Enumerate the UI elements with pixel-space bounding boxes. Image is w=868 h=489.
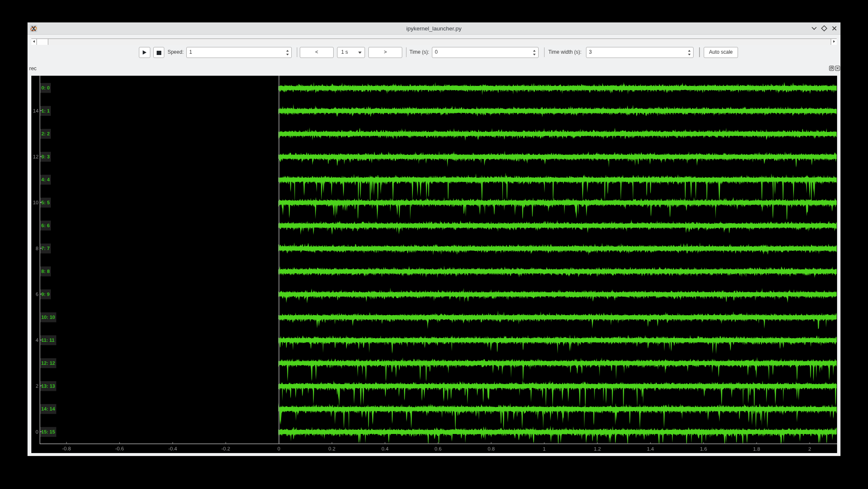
svg-text:1.4: 1.4	[647, 446, 654, 452]
svg-text:0: 0	[277, 445, 280, 451]
svg-text:0.2: 0.2	[328, 445, 335, 451]
svg-text:0.6: 0.6	[434, 446, 442, 452]
svg-text:8: 8: 8: 8	[41, 269, 50, 274]
svg-text:0: 0	[36, 429, 39, 435]
svg-text:12: 12	[33, 154, 39, 159]
svg-text:6: 6	[36, 291, 39, 297]
svg-text:10: 10: 10: 10	[41, 314, 55, 319]
svg-text:0.8: 0.8	[487, 446, 495, 452]
svg-text:1: 1	[543, 446, 546, 452]
svg-text:0.4: 0.4	[381, 446, 389, 452]
svg-text:14: 14	[33, 108, 39, 114]
svg-text:13: 13: 13: 13	[41, 383, 55, 388]
svg-text:6: 6: 6: 6	[41, 223, 50, 228]
svg-text:9: 9: 9: 9	[41, 291, 50, 297]
svg-text:1: 1: 1: 1	[41, 108, 50, 113]
svg-text:4: 4	[36, 337, 39, 343]
svg-text:-0.4: -0.4	[168, 445, 177, 451]
svg-text:8: 8	[36, 245, 39, 251]
svg-text:12: 12: 12: 12	[41, 360, 55, 365]
svg-text:-0.6: -0.6	[115, 445, 124, 451]
svg-text:5: 5: 5: 5	[41, 200, 50, 205]
svg-text:1.2: 1.2	[594, 446, 601, 452]
svg-text:2: 2	[36, 383, 39, 389]
svg-text:1.8: 1.8	[753, 446, 760, 452]
svg-text:14: 14: 14: 14	[41, 406, 55, 411]
svg-text:15: 15: 15: 15	[41, 429, 55, 434]
svg-text:4: 4: 4: 4	[41, 177, 50, 182]
svg-text:10: 10	[33, 199, 39, 205]
svg-text:3: 3: 3: 3	[41, 154, 50, 159]
svg-text:-0.2: -0.2	[221, 445, 230, 451]
svg-text:11: 11: 11: 11	[41, 338, 55, 343]
svg-text:0: 0: 0: 0	[41, 85, 50, 90]
svg-text:-0.8: -0.8	[62, 445, 71, 451]
svg-text:7: 7: 7: 7	[41, 246, 50, 251]
svg-text:1.6: 1.6	[700, 446, 707, 452]
svg-text:2: 2	[808, 446, 811, 452]
svg-text:2: 2: 2: 2	[41, 131, 50, 136]
